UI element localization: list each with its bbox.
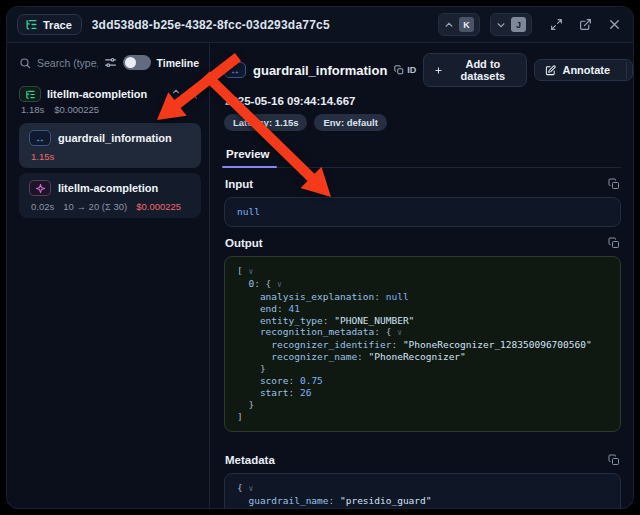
observation-title: guardrail_information xyxy=(253,63,387,78)
input-json-viewer[interactable]: null xyxy=(224,197,621,227)
keycap-k: K xyxy=(459,17,474,32)
env-badge: Env: default xyxy=(314,114,386,131)
tab-bar: Preview xyxy=(224,143,621,168)
copy-icon xyxy=(394,65,404,75)
root-cost: $0.000225 xyxy=(54,104,99,115)
annotate-label: Annotate xyxy=(562,64,610,76)
list-tree-icon xyxy=(25,18,38,31)
tree-root-name: litellm-acompletion xyxy=(47,88,165,100)
tab-preview[interactable]: Preview xyxy=(224,143,271,167)
timeline-toggle-label: Timeline xyxy=(157,57,199,69)
tree-root-item[interactable]: litellm-acompletion xyxy=(15,80,201,104)
node-tokens: 10 → 20 (Σ 30) xyxy=(63,201,127,212)
top-bar: Trace 3dd538d8-b25e-4382-8fcc-03d293da77… xyxy=(7,7,633,43)
latency-badge: Latency: 1.15s xyxy=(224,114,307,131)
add-to-datasets-button[interactable]: Add to datasets xyxy=(423,53,527,87)
keycap-j: J xyxy=(511,17,526,32)
close-icon xyxy=(608,18,621,31)
annotate-button[interactable]: Annotate xyxy=(535,60,620,80)
chevrons-collapse-icon[interactable] xyxy=(189,89,199,99)
close-button[interactable] xyxy=(606,16,623,33)
expand-button[interactable] xyxy=(548,16,565,33)
timeline-toggle[interactable] xyxy=(123,55,151,70)
annotate-dropdown-button[interactable] xyxy=(626,62,633,79)
chevron-down-icon xyxy=(496,20,506,30)
trace-node-icon xyxy=(19,86,41,102)
tree-item-litellm-acompletion[interactable]: litellm-acompletion 0.02s 10 → 20 (Σ 30)… xyxy=(19,173,201,218)
metadata-json-viewer[interactable]: { ∨ guardrail_name: "presidio_guard" gua… xyxy=(224,473,621,509)
trace-id: 3dd538d8-b25e-4382-8fcc-03d293da77c5 xyxy=(92,18,428,32)
annotate-split-button[interactable]: Annotate xyxy=(534,59,632,81)
tree-item-guardrail-information[interactable]: ↔ guardrail_information 1.15s xyxy=(19,123,201,168)
node-latency: 0.02s xyxy=(31,201,54,212)
plus-icon xyxy=(434,65,443,76)
filter-sliders-icon[interactable] xyxy=(104,56,117,69)
copy-icon[interactable] xyxy=(608,454,620,466)
list-tree-icon xyxy=(25,89,36,100)
observation-detail-panel: ↔ guardrail_information ID Add to datase… xyxy=(210,43,633,509)
node-cost: $0.000225 xyxy=(136,201,181,212)
output-section-title: Output xyxy=(225,237,263,249)
span-node-icon: ↔ xyxy=(29,130,51,146)
span-type-icon: ↔ xyxy=(224,62,246,78)
node-name: litellm-acompletion xyxy=(58,182,158,194)
generation-node-icon xyxy=(29,180,51,196)
trace-type-badge: Trace xyxy=(17,14,82,35)
node-name: guardrail_information xyxy=(58,132,172,144)
trace-badge-label: Trace xyxy=(43,19,72,31)
copy-icon[interactable] xyxy=(608,178,620,190)
sparkle-icon xyxy=(35,183,46,194)
search-icon xyxy=(19,57,31,69)
open-external-button[interactable] xyxy=(577,16,594,33)
observation-timestamp: 2025-05-16 09:44:14.667 xyxy=(225,95,621,107)
external-link-icon xyxy=(579,18,592,31)
add-to-datasets-label: Add to datasets xyxy=(449,58,516,82)
prev-shortcut-button[interactable]: K xyxy=(438,13,480,36)
input-section-title: Input xyxy=(225,178,253,190)
trace-detail-window: Trace 3dd538d8-b25e-4382-8fcc-03d293da77… xyxy=(6,6,634,509)
node-latency: 1.15s xyxy=(31,151,54,162)
id-label: ID xyxy=(407,65,416,75)
copy-id-chip[interactable]: ID xyxy=(394,65,416,75)
edit-pencil-icon xyxy=(545,65,556,76)
next-shortcut-button[interactable]: J xyxy=(490,13,532,36)
trace-tree-sidebar: Search (type, titl Timeline litellm-acom… xyxy=(7,43,210,509)
copy-icon[interactable] xyxy=(608,237,620,249)
search-input[interactable]: Search (type, titl xyxy=(37,57,98,69)
metadata-section-title: Metadata xyxy=(225,454,275,466)
collapse-all-icon[interactable] xyxy=(171,89,181,99)
root-latency: 1.18s xyxy=(21,104,44,115)
maximize-icon xyxy=(550,18,563,31)
chevron-up-icon xyxy=(444,20,454,30)
output-json-viewer[interactable]: [ ∨ 0: { ∨ analysis_explanation: null en… xyxy=(224,256,621,432)
